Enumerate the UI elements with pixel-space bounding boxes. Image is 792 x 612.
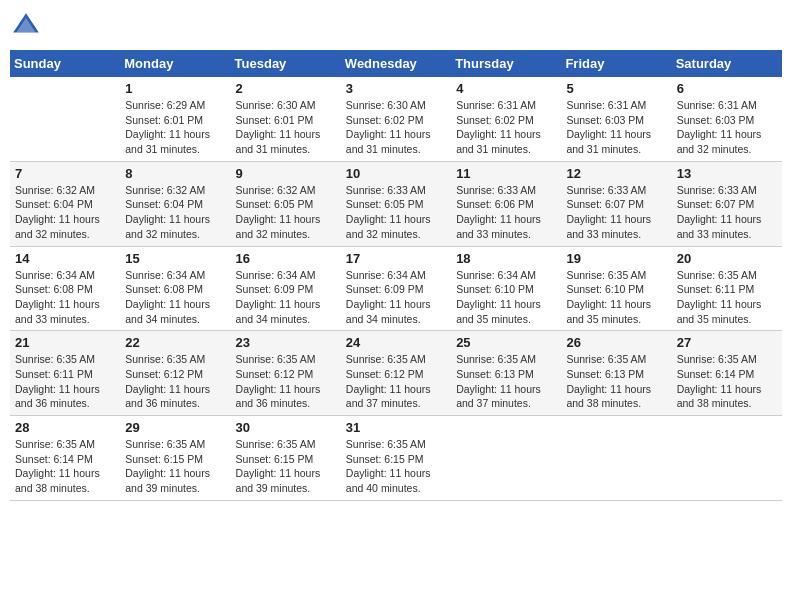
- day-number: 29: [125, 420, 225, 435]
- logo: [10, 10, 46, 42]
- calendar-week-row: 21Sunrise: 6:35 AM Sunset: 6:11 PM Dayli…: [10, 331, 782, 416]
- day-number: 26: [566, 335, 666, 350]
- day-info: Sunrise: 6:29 AM Sunset: 6:01 PM Dayligh…: [125, 98, 225, 157]
- day-info: Sunrise: 6:33 AM Sunset: 6:06 PM Dayligh…: [456, 183, 556, 242]
- day-info: Sunrise: 6:32 AM Sunset: 6:05 PM Dayligh…: [236, 183, 336, 242]
- calendar-cell: 7Sunrise: 6:32 AM Sunset: 6:04 PM Daylig…: [10, 161, 120, 246]
- calendar-cell: 18Sunrise: 6:34 AM Sunset: 6:10 PM Dayli…: [451, 246, 561, 331]
- weekday-header-tuesday: Tuesday: [231, 50, 341, 77]
- day-number: 20: [677, 251, 777, 266]
- day-number: 9: [236, 166, 336, 181]
- calendar-cell: [672, 416, 782, 501]
- day-number: 24: [346, 335, 446, 350]
- calendar-week-row: 28Sunrise: 6:35 AM Sunset: 6:14 PM Dayli…: [10, 416, 782, 501]
- day-number: 1: [125, 81, 225, 96]
- day-info: Sunrise: 6:34 AM Sunset: 6:10 PM Dayligh…: [456, 268, 556, 327]
- calendar-cell: 8Sunrise: 6:32 AM Sunset: 6:04 PM Daylig…: [120, 161, 230, 246]
- calendar-cell: 17Sunrise: 6:34 AM Sunset: 6:09 PM Dayli…: [341, 246, 451, 331]
- day-info: Sunrise: 6:35 AM Sunset: 6:12 PM Dayligh…: [125, 352, 225, 411]
- weekday-header-friday: Friday: [561, 50, 671, 77]
- calendar-cell: [451, 416, 561, 501]
- day-info: Sunrise: 6:35 AM Sunset: 6:11 PM Dayligh…: [15, 352, 115, 411]
- calendar-cell: 9Sunrise: 6:32 AM Sunset: 6:05 PM Daylig…: [231, 161, 341, 246]
- calendar-cell: 16Sunrise: 6:34 AM Sunset: 6:09 PM Dayli…: [231, 246, 341, 331]
- day-number: 17: [346, 251, 446, 266]
- calendar-cell: 30Sunrise: 6:35 AM Sunset: 6:15 PM Dayli…: [231, 416, 341, 501]
- day-info: Sunrise: 6:33 AM Sunset: 6:07 PM Dayligh…: [566, 183, 666, 242]
- logo-icon: [10, 10, 42, 42]
- calendar-cell: 23Sunrise: 6:35 AM Sunset: 6:12 PM Dayli…: [231, 331, 341, 416]
- day-info: Sunrise: 6:35 AM Sunset: 6:10 PM Dayligh…: [566, 268, 666, 327]
- calendar-cell: 1Sunrise: 6:29 AM Sunset: 6:01 PM Daylig…: [120, 77, 230, 161]
- calendar-cell: 10Sunrise: 6:33 AM Sunset: 6:05 PM Dayli…: [341, 161, 451, 246]
- day-info: Sunrise: 6:30 AM Sunset: 6:02 PM Dayligh…: [346, 98, 446, 157]
- calendar-cell: 31Sunrise: 6:35 AM Sunset: 6:15 PM Dayli…: [341, 416, 451, 501]
- day-number: 19: [566, 251, 666, 266]
- weekday-header-monday: Monday: [120, 50, 230, 77]
- day-number: 25: [456, 335, 556, 350]
- calendar-cell: 21Sunrise: 6:35 AM Sunset: 6:11 PM Dayli…: [10, 331, 120, 416]
- calendar-cell: 26Sunrise: 6:35 AM Sunset: 6:13 PM Dayli…: [561, 331, 671, 416]
- calendar-cell: 3Sunrise: 6:30 AM Sunset: 6:02 PM Daylig…: [341, 77, 451, 161]
- calendar-week-row: 14Sunrise: 6:34 AM Sunset: 6:08 PM Dayli…: [10, 246, 782, 331]
- day-number: 8: [125, 166, 225, 181]
- weekday-header-sunday: Sunday: [10, 50, 120, 77]
- calendar-cell: 2Sunrise: 6:30 AM Sunset: 6:01 PM Daylig…: [231, 77, 341, 161]
- calendar-cell: 19Sunrise: 6:35 AM Sunset: 6:10 PM Dayli…: [561, 246, 671, 331]
- day-info: Sunrise: 6:35 AM Sunset: 6:15 PM Dayligh…: [125, 437, 225, 496]
- day-number: 15: [125, 251, 225, 266]
- day-number: 5: [566, 81, 666, 96]
- day-number: 16: [236, 251, 336, 266]
- calendar-cell: 28Sunrise: 6:35 AM Sunset: 6:14 PM Dayli…: [10, 416, 120, 501]
- day-number: 30: [236, 420, 336, 435]
- calendar-week-row: 7Sunrise: 6:32 AM Sunset: 6:04 PM Daylig…: [10, 161, 782, 246]
- day-number: 14: [15, 251, 115, 266]
- day-number: 3: [346, 81, 446, 96]
- day-info: Sunrise: 6:35 AM Sunset: 6:12 PM Dayligh…: [346, 352, 446, 411]
- calendar-cell: [561, 416, 671, 501]
- day-info: Sunrise: 6:34 AM Sunset: 6:09 PM Dayligh…: [346, 268, 446, 327]
- day-info: Sunrise: 6:35 AM Sunset: 6:15 PM Dayligh…: [346, 437, 446, 496]
- day-number: 28: [15, 420, 115, 435]
- calendar-cell: 29Sunrise: 6:35 AM Sunset: 6:15 PM Dayli…: [120, 416, 230, 501]
- weekday-header-thursday: Thursday: [451, 50, 561, 77]
- day-info: Sunrise: 6:35 AM Sunset: 6:13 PM Dayligh…: [456, 352, 556, 411]
- day-info: Sunrise: 6:33 AM Sunset: 6:05 PM Dayligh…: [346, 183, 446, 242]
- weekday-header-row: SundayMondayTuesdayWednesdayThursdayFrid…: [10, 50, 782, 77]
- day-info: Sunrise: 6:31 AM Sunset: 6:03 PM Dayligh…: [566, 98, 666, 157]
- day-info: Sunrise: 6:32 AM Sunset: 6:04 PM Dayligh…: [125, 183, 225, 242]
- day-number: 27: [677, 335, 777, 350]
- day-info: Sunrise: 6:34 AM Sunset: 6:09 PM Dayligh…: [236, 268, 336, 327]
- day-number: 12: [566, 166, 666, 181]
- calendar-cell: 20Sunrise: 6:35 AM Sunset: 6:11 PM Dayli…: [672, 246, 782, 331]
- day-info: Sunrise: 6:34 AM Sunset: 6:08 PM Dayligh…: [15, 268, 115, 327]
- calendar-cell: 13Sunrise: 6:33 AM Sunset: 6:07 PM Dayli…: [672, 161, 782, 246]
- day-number: 31: [346, 420, 446, 435]
- day-number: 11: [456, 166, 556, 181]
- day-number: 21: [15, 335, 115, 350]
- calendar-cell: 25Sunrise: 6:35 AM Sunset: 6:13 PM Dayli…: [451, 331, 561, 416]
- day-info: Sunrise: 6:31 AM Sunset: 6:03 PM Dayligh…: [677, 98, 777, 157]
- calendar-cell: 6Sunrise: 6:31 AM Sunset: 6:03 PM Daylig…: [672, 77, 782, 161]
- calendar-cell: 12Sunrise: 6:33 AM Sunset: 6:07 PM Dayli…: [561, 161, 671, 246]
- calendar-cell: 11Sunrise: 6:33 AM Sunset: 6:06 PM Dayli…: [451, 161, 561, 246]
- calendar-cell: 27Sunrise: 6:35 AM Sunset: 6:14 PM Dayli…: [672, 331, 782, 416]
- calendar-cell: 14Sunrise: 6:34 AM Sunset: 6:08 PM Dayli…: [10, 246, 120, 331]
- day-info: Sunrise: 6:35 AM Sunset: 6:14 PM Dayligh…: [15, 437, 115, 496]
- day-info: Sunrise: 6:32 AM Sunset: 6:04 PM Dayligh…: [15, 183, 115, 242]
- page-header: [10, 10, 782, 42]
- day-number: 10: [346, 166, 446, 181]
- calendar-table: SundayMondayTuesdayWednesdayThursdayFrid…: [10, 50, 782, 501]
- calendar-cell: 22Sunrise: 6:35 AM Sunset: 6:12 PM Dayli…: [120, 331, 230, 416]
- weekday-header-wednesday: Wednesday: [341, 50, 451, 77]
- day-number: 22: [125, 335, 225, 350]
- day-number: 6: [677, 81, 777, 96]
- day-number: 7: [15, 166, 115, 181]
- day-info: Sunrise: 6:30 AM Sunset: 6:01 PM Dayligh…: [236, 98, 336, 157]
- day-info: Sunrise: 6:31 AM Sunset: 6:02 PM Dayligh…: [456, 98, 556, 157]
- calendar-cell: 15Sunrise: 6:34 AM Sunset: 6:08 PM Dayli…: [120, 246, 230, 331]
- day-number: 23: [236, 335, 336, 350]
- day-info: Sunrise: 6:33 AM Sunset: 6:07 PM Dayligh…: [677, 183, 777, 242]
- day-info: Sunrise: 6:35 AM Sunset: 6:13 PM Dayligh…: [566, 352, 666, 411]
- day-info: Sunrise: 6:35 AM Sunset: 6:14 PM Dayligh…: [677, 352, 777, 411]
